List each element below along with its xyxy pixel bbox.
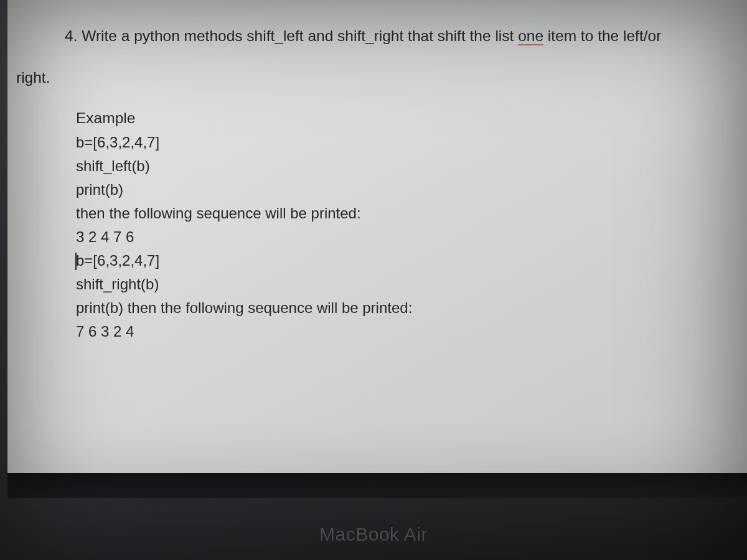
example-line-3: then the following sequence will be prin… (76, 202, 741, 225)
example-line-2: print(b) (76, 179, 741, 201)
question-text-part2: right. (16, 69, 50, 86)
question-underlined-word: one (518, 27, 543, 45)
example-block: Example b=[6,3,2,4,7] shift_left(b) prin… (16, 107, 741, 343)
example-line-7: print(b) then the following sequence wil… (76, 297, 741, 319)
laptop-brand-bold: MacBook (319, 524, 400, 544)
text-cursor: b=[6,3,2,4,7] (76, 252, 159, 269)
question-line-2: right. (16, 65, 741, 90)
laptop-brand-label: MacBook Air (0, 524, 747, 545)
question-text-part1: Write a python methods shift_left and sh… (82, 27, 518, 44)
question-number: 4. (65, 27, 82, 44)
document-screen: 4. Write a python methods shift_left and… (7, 0, 747, 473)
question-line-1: 4. Write a python methods shift_left and… (16, 24, 741, 48)
example-line-4: 3 2 4 7 6 (76, 226, 741, 248)
example-line-1: shift_left(b) (76, 155, 741, 177)
example-line-5-text: b=[6,3,2,4,7] (76, 252, 159, 269)
example-line-6: shift_right(b) (76, 273, 741, 296)
question-text-part1b: item to the left/or (543, 27, 661, 44)
example-line-8: 7 6 3 2 4 (76, 320, 741, 343)
laptop-brand-light: Air (400, 524, 428, 544)
example-line-5: b=[6,3,2,4,7] (76, 250, 741, 272)
example-heading: Example (76, 107, 741, 130)
screen-bezel-bottom (7, 473, 747, 498)
example-line-0: b=[6,3,2,4,7] (76, 131, 741, 154)
